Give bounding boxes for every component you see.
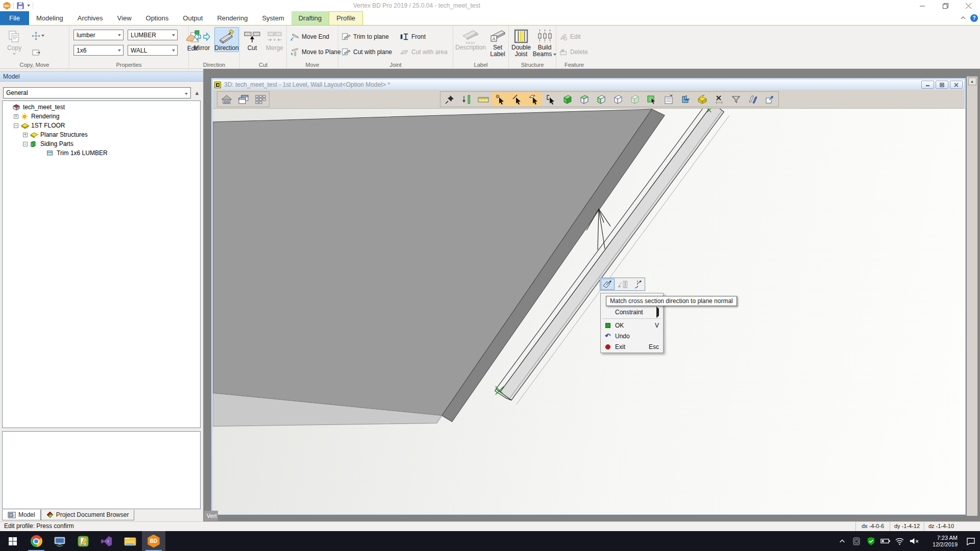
scroll-up-button[interactable]: ▲ bbox=[968, 78, 976, 85]
menu-archives[interactable]: Archives bbox=[70, 11, 110, 25]
menu-profile-active-tab[interactable]: Profile bbox=[329, 11, 363, 25]
cascade-windows-icon[interactable] bbox=[235, 92, 252, 106]
chevron-down-icon[interactable] bbox=[116, 34, 123, 36]
menu-rendering[interactable]: Rendering bbox=[210, 11, 255, 25]
wifi-icon[interactable] bbox=[892, 536, 906, 546]
move-end-button[interactable]: Move End bbox=[290, 31, 329, 43]
action-center-icon[interactable] bbox=[962, 536, 980, 546]
volume-muted-icon[interactable] bbox=[906, 536, 921, 546]
cut-with-plane-button[interactable]: Cut with plane bbox=[341, 46, 392, 58]
collapse-minus-icon[interactable]: − bbox=[23, 142, 28, 146]
match-direction-to-plane-button[interactable] bbox=[601, 279, 615, 290]
remove-dimension-icon[interactable] bbox=[710, 92, 727, 106]
chevron-down-icon[interactable] bbox=[170, 34, 177, 36]
device-icon[interactable] bbox=[849, 536, 864, 546]
qat-dropdown-icon[interactable] bbox=[27, 5, 30, 7]
menu-item-exit[interactable]: Exit Esc bbox=[601, 341, 663, 352]
3d-canvas[interactable]: Constraint OK V ↶ Undo bbox=[213, 109, 965, 514]
tree-item-siding-parts[interactable]: − Siding Parts bbox=[3, 139, 200, 148]
double-joist-button[interactable]: Double Joist bbox=[509, 27, 533, 58]
expand-plus-icon[interactable]: + bbox=[23, 133, 28, 137]
snap-line-icon[interactable] bbox=[508, 92, 525, 106]
snap-face-icon[interactable] bbox=[525, 92, 542, 106]
tree-item-trim-1x6-lumber[interactable]: Trim 1x6 LUMBER bbox=[3, 148, 200, 158]
menu-drafting[interactable]: Drafting bbox=[291, 11, 329, 25]
cube-shaded-icon[interactable] bbox=[626, 92, 643, 106]
restore-button[interactable] bbox=[934, 0, 957, 11]
tab-model[interactable]: Model bbox=[2, 510, 41, 520]
set-label-button[interactable]: A Set Label bbox=[488, 27, 507, 58]
collapse-minus-icon[interactable]: − bbox=[14, 123, 18, 128]
vp-restore-button[interactable] bbox=[936, 81, 948, 89]
menu-item-undo[interactable]: ↶ Undo bbox=[601, 331, 663, 341]
tree-item-tech-meet-test[interactable]: tech_meet_test bbox=[3, 103, 200, 112]
tree-item-rendering[interactable]: + Rendering bbox=[3, 112, 200, 121]
taskbar-remote-desktop-button[interactable] bbox=[48, 531, 71, 551]
help-icon[interactable]: ? bbox=[970, 14, 978, 22]
pin-icon[interactable] bbox=[441, 92, 458, 106]
tray-expand-icon[interactable] bbox=[835, 538, 849, 545]
chevron-down-icon[interactable] bbox=[182, 89, 190, 96]
ruler-icon[interactable] bbox=[475, 92, 492, 106]
menu-view[interactable]: View bbox=[110, 11, 139, 25]
tree-item-1st-floor[interactable]: − 1ST FLOOR bbox=[3, 121, 200, 130]
taskbar-chrome-button[interactable] bbox=[24, 531, 48, 551]
vp-close-button[interactable] bbox=[950, 81, 963, 89]
vp-minimize-button[interactable] bbox=[921, 81, 934, 89]
pick-element-icon[interactable] bbox=[542, 92, 559, 106]
viewport-title-bar[interactable]: 3D: tech_meet_test - 1st Level, Wall Lay… bbox=[213, 80, 964, 90]
minimize-button[interactable] bbox=[911, 0, 934, 11]
slab-top-face[interactable] bbox=[213, 109, 652, 416]
menu-system[interactable]: System bbox=[255, 11, 291, 25]
battery-icon[interactable] bbox=[878, 536, 892, 546]
usage-select[interactable]: WALL bbox=[128, 45, 178, 56]
display-list-icon[interactable] bbox=[660, 92, 677, 106]
tab-project-document-browser[interactable]: Project Document Browser bbox=[41, 510, 135, 520]
front-button[interactable]: Front bbox=[400, 31, 426, 43]
trim-to-plane-button[interactable]: Trim to plane bbox=[341, 31, 389, 43]
move-button[interactable] bbox=[30, 30, 46, 42]
window-grid-icon[interactable] bbox=[252, 92, 268, 106]
cube-top-face-icon[interactable] bbox=[576, 92, 593, 106]
paste-to-plane-button[interactable] bbox=[30, 47, 43, 58]
profile-family-select[interactable]: lumber bbox=[74, 30, 124, 40]
start-button[interactable] bbox=[1, 531, 24, 551]
profile-size-select[interactable]: 1x6 bbox=[74, 45, 124, 56]
expand-plus-icon[interactable]: + bbox=[14, 114, 18, 119]
menu-item-constraint[interactable]: Constraint bbox=[601, 307, 663, 317]
export-view-icon[interactable] bbox=[761, 92, 778, 106]
open-box-icon[interactable] bbox=[694, 92, 710, 106]
cut-button[interactable]: Cut bbox=[242, 27, 262, 52]
panel-collapse-button[interactable]: ▲ bbox=[192, 89, 202, 97]
defender-shield-icon[interactable] bbox=[864, 536, 878, 546]
move-endpoint-icon[interactable] bbox=[458, 92, 475, 106]
match-direction-to-column-button[interactable] bbox=[616, 279, 629, 290]
mirror-button[interactable]: Mirror bbox=[190, 27, 214, 52]
filter-icon[interactable] bbox=[727, 92, 744, 106]
collapse-ribbon-icon[interactable] bbox=[960, 14, 966, 22]
direction-button-active[interactable]: Direction bbox=[214, 27, 239, 52]
menu-output[interactable]: Output bbox=[176, 11, 210, 25]
chevron-down-icon[interactable] bbox=[116, 49, 123, 52]
chevron-down-icon[interactable] bbox=[170, 49, 177, 52]
save-button[interactable] bbox=[16, 2, 24, 10]
build-beams-button[interactable]: Build Beams bbox=[533, 27, 556, 58]
taskbar-text-editor-button[interactable] bbox=[71, 531, 95, 551]
menu-file[interactable]: File bbox=[0, 11, 29, 25]
menu-options[interactable]: Options bbox=[139, 11, 176, 25]
taskbar-file-explorer-button[interactable] bbox=[118, 531, 142, 551]
menu-modeling[interactable]: Modeling bbox=[29, 11, 70, 25]
menu-item-ok[interactable]: OK V bbox=[601, 320, 663, 331]
cube-side-face-icon[interactable] bbox=[593, 92, 609, 106]
taskbar-clock[interactable]: 7:23 AM 12/2/2019 bbox=[924, 535, 958, 548]
home-icon[interactable] bbox=[218, 92, 235, 106]
model-filter-select[interactable]: General bbox=[3, 87, 191, 98]
snap-center-icon[interactable] bbox=[492, 92, 508, 106]
move-to-plane-button[interactable]: Move to Plane bbox=[290, 46, 341, 58]
tree-item-planar-structures[interactable]: + Planar Structures bbox=[3, 130, 200, 139]
thin-panels-icon[interactable] bbox=[744, 92, 761, 106]
select-face-icon[interactable] bbox=[643, 92, 660, 106]
taskbar-visual-studio-button[interactable] bbox=[95, 531, 118, 551]
minimized-window-fragment[interactable]: Vert bbox=[204, 511, 218, 521]
cube-solid-icon[interactable] bbox=[559, 92, 576, 106]
